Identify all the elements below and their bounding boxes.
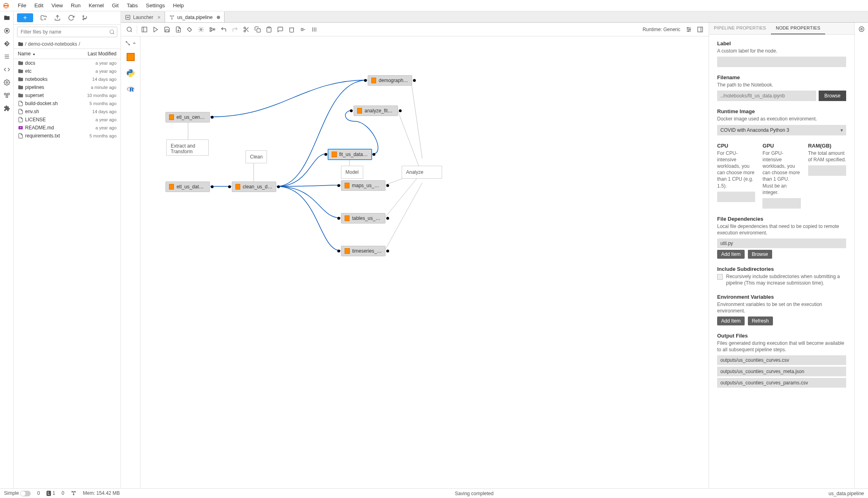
add-item-button[interactable]: Add Item (717, 317, 745, 325)
git-pull-icon[interactable] (82, 15, 88, 21)
property-inspector-icon[interactable] (857, 25, 866, 33)
file-row[interactable]: requirements.txt5 months ago (14, 132, 121, 140)
runtime-config-icon[interactable] (684, 24, 694, 35)
new-folder-icon[interactable] (40, 15, 47, 21)
activity-code-icon[interactable] (3, 65, 11, 74)
node-maps[interactable]: maps_us_data... (341, 180, 385, 191)
activity-pipeline-icon[interactable] (3, 91, 11, 99)
node-fit[interactable]: fit_us_data.ip... (328, 149, 372, 160)
node-etl-data[interactable]: etl_us_data.ip... (165, 181, 210, 192)
activity-bar (0, 11, 14, 488)
col-modified-header[interactable]: Last Modified (78, 51, 116, 57)
delete-icon[interactable] (286, 24, 297, 35)
comment-extract[interactable]: Extract and Transform (166, 139, 209, 156)
browse-button[interactable]: Browse (819, 91, 846, 101)
cpu-input[interactable] (717, 192, 755, 202)
panel-toggle-icon[interactable] (139, 24, 150, 35)
svg-point-60 (687, 27, 688, 28)
label-input[interactable] (717, 57, 846, 67)
file-row[interactable]: docsa year ago (14, 59, 121, 67)
run-icon[interactable] (150, 24, 161, 35)
save-icon[interactable] (162, 24, 172, 35)
browse-button[interactable]: Browse (748, 250, 772, 259)
comment-icon[interactable] (275, 24, 286, 35)
activity-running-icon[interactable] (3, 27, 11, 35)
comment-model[interactable]: Model (341, 166, 363, 179)
copy-icon[interactable] (252, 24, 263, 35)
col-name-header[interactable]: Name ▲ (18, 51, 78, 57)
activity-toc-icon[interactable] (3, 53, 11, 61)
menu-edit[interactable]: Edit (30, 1, 47, 10)
palette-collapse-icon[interactable] (125, 40, 136, 46)
new-launcher-button[interactable]: + (17, 13, 33, 22)
node-clean[interactable]: clean_us_data... (232, 181, 276, 192)
file-row[interactable]: etca year ago (14, 67, 121, 75)
search-icon[interactable] (124, 24, 135, 35)
menu-file[interactable]: File (14, 1, 30, 10)
activity-folder-icon[interactable] (3, 14, 11, 22)
node-timeseries[interactable]: timeseries_us... (341, 246, 385, 256)
file-row[interactable]: LICENSEa year ago (14, 116, 121, 124)
filename-input[interactable] (717, 91, 816, 101)
activity-git-icon[interactable] (3, 40, 11, 48)
undo-icon[interactable] (218, 24, 229, 35)
close-icon[interactable]: × (157, 14, 161, 21)
new-pipeline-icon[interactable] (309, 24, 320, 35)
palette-notebook-icon[interactable] (125, 52, 136, 62)
breadcrumb[interactable]: / demo-covid-notebooks / (14, 40, 121, 49)
arrange-horizontal-icon[interactable] (207, 24, 218, 35)
redo-icon[interactable] (230, 24, 240, 35)
add-item-button[interactable]: Add Item (717, 250, 745, 259)
gpu-input[interactable] (762, 198, 800, 209)
tab-pipeline-properties[interactable]: PIPELINE PROPERTIES (709, 23, 771, 34)
paste-icon[interactable] (264, 24, 274, 35)
cut-icon[interactable] (241, 24, 252, 35)
tab-node-properties[interactable]: NODE PROPERTIES (771, 23, 825, 34)
file-modified: 5 months ago (78, 133, 116, 138)
upload-icon[interactable] (54, 15, 61, 21)
menu-kernel[interactable]: Kernel (85, 1, 108, 10)
refresh-icon[interactable] (68, 15, 74, 21)
ram-input[interactable] (808, 165, 846, 176)
file-row[interactable]: env.sh14 days ago (14, 108, 121, 116)
runtime-image-select[interactable]: COVID with Anaconda Python 3 (717, 125, 846, 135)
file-row[interactable]: build-docker.sh5 months ago (14, 99, 121, 108)
node-tables[interactable]: tables_us_dat... (341, 213, 385, 224)
simple-toggle[interactable]: Simple (4, 490, 31, 496)
node-analyze-fit[interactable]: analyze_fit_us... (354, 106, 398, 116)
panel-right-toggle-icon[interactable] (695, 24, 705, 35)
file-dep-item[interactable]: util.py (717, 238, 846, 248)
file-row[interactable]: superset10 months ago (14, 91, 121, 99)
node-etl-census[interactable]: etl_us_census... (165, 112, 210, 122)
menu-view[interactable]: View (47, 1, 67, 10)
file-modified: 14 days ago (78, 77, 116, 82)
subdirs-checkbox[interactable] (717, 274, 723, 280)
menu-help[interactable]: Help (169, 1, 188, 10)
comment-analyze[interactable]: Analyze (402, 166, 442, 179)
file-row[interactable]: MREADME.mda year ago (14, 124, 121, 132)
activity-extension-icon[interactable] (3, 104, 11, 112)
refresh-button[interactable]: Refresh (748, 317, 773, 325)
filter-input[interactable] (17, 27, 117, 37)
tab-pipeline[interactable]: us_data.pipeline (165, 11, 224, 22)
output-item[interactable]: outputs/us_counties_curves_params.csv (717, 378, 846, 388)
export-icon[interactable] (173, 24, 184, 35)
palette-python-icon[interactable] (125, 68, 136, 78)
clear-icon[interactable] (184, 24, 195, 35)
tab-launcher[interactable]: Launcher × (121, 11, 165, 22)
menu-git[interactable]: Git (108, 1, 123, 10)
menu-tabs[interactable]: Tabs (123, 1, 142, 10)
comment-clean[interactable]: Clean (246, 150, 267, 163)
palette-r-icon[interactable] (125, 84, 136, 95)
menu-settings[interactable]: Settings (142, 1, 169, 10)
pipeline-canvas[interactable]: etl_us_census... etl_us_data.ip... clean (140, 36, 709, 488)
arrange-vertical-icon[interactable] (298, 24, 308, 35)
menu-run[interactable]: Run (67, 1, 85, 10)
output-item[interactable]: outputs/us_counties_curves_meta.json (717, 367, 846, 376)
file-row[interactable]: pipelinesa minute ago (14, 83, 121, 91)
open-file-icon[interactable] (196, 24, 206, 35)
activity-settings-icon[interactable] (3, 78, 11, 87)
output-item[interactable]: outputs/us_counties_curves.csv (717, 355, 846, 365)
file-row[interactable]: notebooks14 days ago (14, 75, 121, 83)
node-demographics[interactable]: demographics... (368, 75, 412, 86)
